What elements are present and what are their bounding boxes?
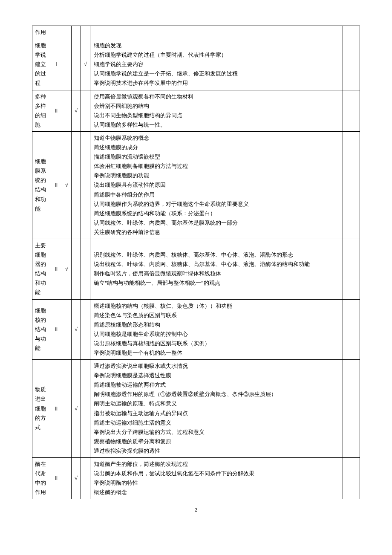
content-line: 细胞的发现 bbox=[94, 41, 339, 50]
content-line: 识别线粒体、叶绿体、内质网、核糖体、高尔基体、中心体、液泡、溶酶体的形态 bbox=[94, 250, 339, 260]
content-line: 制作临时装片，使用高倍显微镜观察叶绿体和线粒体 bbox=[94, 269, 339, 278]
content-line: 说出不同生物类型细胞结构的异同点 bbox=[94, 111, 339, 120]
table-row: 多种多样的细胞Ⅱ√使用高倍显微镜观察各种不同的生物材料会辨别不同细胞的结构说出不… bbox=[32, 90, 360, 131]
check-cell-0: √ bbox=[62, 131, 72, 239]
table-row: 酶在代谢中的作用Ⅱ√知道酶产生的部位，简述酶的发现过程说出酶的本质和作用，尝试比… bbox=[32, 458, 360, 499]
content-line: 知道生物膜系统的概念 bbox=[94, 133, 339, 143]
content-line: 简述主动运输对细胞生活的意义 bbox=[94, 418, 339, 428]
check-cell-0: √ bbox=[62, 239, 72, 299]
content-line: 说出原核细胞与真核细胞的区别与联系（实例） bbox=[94, 339, 339, 348]
level-cell: Ⅱ bbox=[50, 458, 62, 499]
content-line: 概述酶的概念 bbox=[94, 488, 339, 497]
table-row: 细胞学说建立的过程Ⅰ√细胞的发现分析细胞学说建立的过程（主要时期、代表性科学家）… bbox=[32, 39, 360, 90]
content-line: 观察植物细胞的质壁分离和复原 bbox=[94, 437, 339, 446]
check-cell-2 bbox=[81, 131, 90, 239]
content-cell: 知道酶产生的部位，简述酶的发现过程说出酶的本质和作用，尝试比较过氧化氢在不同条件… bbox=[90, 458, 343, 499]
table-row: 细胞核的结构与功能Ⅱ√概述细胞核的结构（核膜、核仁、染色质（体））和功能简述染色… bbox=[32, 299, 360, 360]
check-cell-2 bbox=[81, 458, 90, 499]
content-line: 认同细胞核是细胞生命系统的控制中心 bbox=[94, 330, 339, 339]
content-line: 举例说明细胞膜是选择透过性膜 bbox=[94, 371, 339, 380]
content-cell: 概述细胞核的结构（核膜、核仁、染色质（体））和功能简述染色体与染色质的区别与联系… bbox=[90, 299, 343, 360]
content-line: 确立"结构与功能相统一、局部与整体相统一"的观点 bbox=[94, 278, 339, 288]
check-cell-2 bbox=[81, 90, 90, 131]
content-cell: 细胞的发现分析细胞学说建立的过程（主要时期、代表性科学家）细胞学说的主要内容认同… bbox=[90, 39, 343, 90]
level-cell: Ⅰ bbox=[50, 39, 62, 90]
content-line: 知道酶产生的部位，简述酶的发现过程 bbox=[94, 460, 339, 469]
content-line: 会辨别不同细胞的结构 bbox=[94, 101, 339, 111]
level-cell: Ⅱ bbox=[50, 131, 62, 239]
content-line: 说出酶的本质和作用，尝试比较过氧化氢在不同条件下的分解效果 bbox=[94, 469, 339, 478]
topic-cell: 物质进出细胞的方式 bbox=[32, 360, 50, 458]
content-cell bbox=[90, 26, 343, 39]
content-line: 举例说明技术进步在科学发展中的作用 bbox=[94, 78, 339, 88]
check-cell-0 bbox=[62, 360, 72, 458]
check-cell-0 bbox=[62, 26, 72, 39]
content-line: 分析细胞学说建立的过程（主要时期、代表性科学家） bbox=[94, 50, 339, 60]
content-line: 关注膜研究的各种前沿信息 bbox=[94, 228, 339, 237]
table-row: 细胞膜系统的结构和功能Ⅱ√知道生物膜系统的概念简述细胞膜的成分描述细胞膜的流动镶… bbox=[32, 131, 360, 239]
empty-cell bbox=[343, 131, 360, 239]
content-line: 认同细胞膜作为系统的边界，对于细胞这个生命系统的重要意义 bbox=[94, 199, 339, 209]
page-number: 2 bbox=[32, 507, 360, 513]
check-cell-2 bbox=[81, 239, 90, 299]
topic-cell: 酶在代谢中的作用 bbox=[32, 458, 50, 499]
table-row: 作用 bbox=[32, 26, 360, 39]
check-cell-2 bbox=[81, 26, 90, 39]
content-line: 举例说明酶的特性 bbox=[94, 478, 339, 488]
level-cell: Ⅱ bbox=[50, 239, 62, 299]
level-cell: Ⅱ bbox=[50, 360, 62, 458]
check-cell-0 bbox=[62, 39, 72, 90]
empty-cell bbox=[343, 458, 360, 499]
check-cell-1 bbox=[72, 39, 81, 90]
topic-cell: 细胞膜系统的结构和功能 bbox=[32, 131, 50, 239]
topic-cell: 细胞学说建立的过程 bbox=[32, 39, 50, 90]
content-line: 通过渗透实验说出细胞吸水或失水情况 bbox=[94, 361, 339, 371]
content-line: 细胞学说的主要内容 bbox=[94, 60, 339, 69]
table-row: 物质进出细胞的方式Ⅱ√通过渗透实验说出细胞吸水或失水情况举例说明细胞膜是选择透过… bbox=[32, 360, 360, 458]
content-line: 简述染色体与染色质的区别与联系 bbox=[94, 311, 339, 320]
content-line: 举例说明细胞是一个有机的统一整体 bbox=[94, 348, 339, 358]
check-cell-2 bbox=[81, 360, 90, 458]
content-line: 体验用红细胞制备细胞膜的方法与过程 bbox=[94, 162, 339, 171]
check-cell-2: √ bbox=[81, 39, 90, 90]
table-row: 主要细胞器的结构和功能Ⅱ√识别线粒体、叶绿体、内质网、核糖体、高尔基体、中心体、… bbox=[32, 239, 360, 299]
content-line: 简述原核细胞的形态和结构 bbox=[94, 320, 339, 330]
content-line: 举例说出大分子跨膜运输的方式、过程和意义 bbox=[94, 428, 339, 437]
content-line: 概述细胞核的结构（核膜、核仁、染色质（体））和功能 bbox=[94, 301, 339, 311]
content-line: 说出细胞膜具有流动性的原因 bbox=[94, 180, 339, 190]
check-cell-2 bbox=[81, 299, 90, 360]
check-cell-1 bbox=[72, 131, 81, 239]
level-cell bbox=[50, 26, 62, 39]
topic-cell: 细胞核的结构与功能 bbox=[32, 299, 50, 360]
content-line: 简述细胞膜系统的结构和功能（联系：分泌蛋白） bbox=[94, 209, 339, 218]
check-cell-0 bbox=[62, 90, 72, 131]
check-cell-1: √ bbox=[72, 90, 81, 131]
empty-cell bbox=[343, 360, 360, 458]
check-cell-1 bbox=[72, 26, 81, 39]
content-line: 指出被动运输与主动运输方式的异同点 bbox=[94, 409, 339, 418]
empty-cell bbox=[343, 39, 360, 90]
level-cell: Ⅱ bbox=[50, 299, 62, 360]
level-cell: Ⅱ bbox=[50, 90, 62, 131]
content-line: 说出线粒体、叶绿体、内质网、核糖体、高尔基体、中心体、液泡、溶酶体的结构和功能 bbox=[94, 260, 339, 269]
empty-cell bbox=[343, 239, 360, 299]
empty-cell bbox=[343, 90, 360, 131]
content-line: 认同细胞的多样性与统一性。 bbox=[94, 120, 339, 130]
curriculum-table: 作用细胞学说建立的过程Ⅰ√细胞的发现分析细胞学说建立的过程（主要时期、代表性科学… bbox=[32, 26, 360, 499]
check-cell-0 bbox=[62, 299, 72, 360]
check-cell-0 bbox=[62, 458, 72, 499]
check-cell-1: √ bbox=[72, 458, 81, 499]
content-line: 认同细胞学说的建立是一个开拓、继承、修正和发展的过程 bbox=[94, 69, 339, 78]
content-cell: 识别线粒体、叶绿体、内质网、核糖体、高尔基体、中心体、液泡、溶酶体的形态说出线粒… bbox=[90, 239, 343, 299]
check-cell-1 bbox=[72, 239, 81, 299]
content-line: 通过模拟实验探究膜的透性 bbox=[94, 446, 339, 456]
topic-cell: 作用 bbox=[32, 26, 50, 39]
content-line: 阐明细胞渗透作用的原理（①渗透装置②质壁分离概念、条件③原生质层） bbox=[94, 390, 339, 399]
check-cell-1: √ bbox=[72, 360, 81, 458]
check-cell-1: √ bbox=[72, 299, 81, 360]
content-line: 阐明主动运输的原理、特点和意义 bbox=[94, 399, 339, 408]
content-cell: 知道生物膜系统的概念简述细胞膜的成分描述细胞膜的流动镶嵌模型体验用红细胞制备细胞… bbox=[90, 131, 343, 239]
empty-cell bbox=[343, 299, 360, 360]
content-line: 简述膜中各种组分的作用 bbox=[94, 190, 339, 199]
content-line: 使用高倍显微镜观察各种不同的生物材料 bbox=[94, 92, 339, 101]
